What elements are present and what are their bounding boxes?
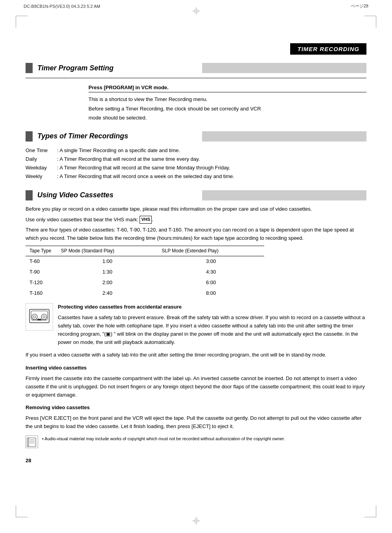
cassettes-para3: There are four types of video cassettes:…: [26, 226, 366, 243]
types-content: One Time : A single Timer Recording on a…: [26, 146, 366, 181]
table-row: T-901:304:30: [26, 267, 264, 278]
table-cell: 2:00: [57, 278, 158, 288]
svg-point-10: [41, 314, 47, 320]
svg-point-9: [33, 316, 36, 318]
type-row-daily: Daily : A Timer Recording that will reco…: [26, 155, 366, 164]
section-types: Types of Timer Recordings One Time : A s…: [26, 131, 366, 181]
svg-point-11: [43, 316, 45, 318]
section1-line: [202, 63, 367, 73]
section-cassettes: Using Video Cassettes Before you play or…: [26, 190, 366, 448]
section1-divider: [26, 78, 366, 78]
table-cell: 1:00: [57, 256, 158, 267]
section1-header: Timer Program Setting: [26, 63, 366, 73]
section1-line2: Before setting a Timer Recording, the cl…: [88, 105, 366, 113]
timer-title: TIMER RECORDING: [297, 46, 359, 52]
instruction-title: Press [PROGRAM] in VCR mode.: [88, 85, 366, 92]
section1-content: Press [PROGRAM] in VCR mode. This is a s…: [88, 85, 366, 122]
table-cell: 2:40: [57, 288, 158, 299]
section3-bar: [26, 190, 33, 200]
section2-header: Types of Timer Recordings: [26, 131, 366, 142]
protection-content: Protecting video cassettes from accident…: [58, 303, 366, 346]
bottom-crosshair: [192, 517, 200, 526]
svg-rect-14: [28, 438, 36, 447]
file-info: DC-B8CB1N-PS(VE3.0) 04.3.23 5:2 AM: [24, 4, 100, 9]
inserting-text: Firmly insert the cassette into the cass…: [26, 375, 366, 399]
table-cell: 3:00: [158, 256, 264, 267]
col-slp-mode: SLP Mode (Extended Play): [158, 246, 264, 256]
svg-rect-15: [27, 438, 29, 447]
section3-header: Using Video Cassettes: [26, 190, 366, 200]
cassette-icon: [26, 303, 53, 331]
section1-title: Timer Program Setting: [37, 64, 202, 72]
cassettes-para2: Use only video cassettes that bear the V…: [26, 216, 366, 224]
page-number: 28: [26, 458, 366, 463]
section1-line1: This is a shortcut to view the Timer Rec…: [88, 96, 366, 103]
col-tape-type: Tape Type: [26, 246, 57, 256]
svg-rect-7: [31, 311, 48, 320]
section2-bar: [26, 131, 33, 142]
table-cell: T-120: [26, 278, 57, 288]
protection-text: Cassettes have a safety tab to prevent e…: [58, 314, 366, 346]
table-head: Tape Type SP Mode (Standard Play) SLP Mo…: [26, 246, 264, 256]
type-row-weekday: Weekday : A Timer Recording that will re…: [26, 164, 366, 172]
note-icon: [26, 436, 38, 448]
table-row: T-1202:006:00: [26, 278, 264, 288]
svg-rect-12: [37, 319, 41, 320]
timer-recording-header: TIMER RECORDING: [290, 43, 366, 55]
svg-point-8: [32, 314, 37, 320]
section1-line3: mode should be selected.: [88, 114, 366, 122]
table-cell: T-60: [26, 256, 57, 267]
type-row-weekly: Weekly : A Timer Recording that will rec…: [26, 172, 366, 181]
table-cell: 1:30: [57, 267, 158, 278]
col-sp-mode: SP Mode (Standard Play): [57, 246, 158, 256]
section2-title: Types of Timer Recordings: [37, 132, 202, 140]
copyright-text: • Audio-visual material may include work…: [42, 436, 285, 442]
table-cell: T-90: [26, 267, 57, 278]
section2-line: [202, 131, 367, 142]
protection-box: Protecting video cassettes from accident…: [26, 303, 366, 346]
top-bar: DC-B8CB1N-PS(VE3.0) 04.3.23 5:2 AM ページ28: [24, 3, 368, 9]
table-cell: 4:30: [158, 267, 264, 278]
removing-title: Removing video cassettes: [26, 404, 366, 412]
vhs-mark: VHS: [140, 216, 152, 224]
table-cell: T-160: [26, 288, 57, 299]
table-cell: 6:00: [158, 278, 264, 288]
cassettes-content: Before you play or record on a video cas…: [26, 205, 366, 448]
svg-rect-6: [29, 309, 49, 323]
inserting-title: Inserting video cassettes: [26, 364, 366, 372]
copyright-note: • Audio-visual material may include work…: [26, 436, 366, 448]
page-ref: ページ28: [351, 3, 368, 9]
removing-text: Press [VCR EJECT] on the front panel and…: [26, 414, 366, 431]
table-header-row: Tape Type SP Mode (Standard Play) SLP Mo…: [26, 246, 264, 256]
cassettes-para1: Before you play or record on a video cas…: [26, 205, 366, 213]
table-body: T-601:003:00T-901:304:30T-1202:006:00T-1…: [26, 256, 264, 299]
table-row: T-1602:408:00: [26, 288, 264, 299]
cassettes-para4: If you insert a video cassette with a sa…: [26, 351, 366, 359]
section3-title: Using Video Cassettes: [37, 191, 202, 199]
section1-bar: [26, 63, 33, 73]
table-row: T-601:003:00: [26, 256, 264, 267]
table-cell: 8:00: [158, 288, 264, 299]
page-content: TIMER RECORDING Timer Program Setting Pr…: [26, 24, 366, 509]
section-timer-program: Timer Program Setting Press [PROGRAM] in…: [26, 63, 366, 122]
section3-line: [202, 190, 367, 200]
type-row-onetime: One Time : A single Timer Recording on a…: [26, 146, 366, 155]
protection-title: Protecting video cassettes from accident…: [58, 303, 366, 311]
cassette-table: Tape Type SP Mode (Standard Play) SLP Mo…: [26, 246, 264, 298]
